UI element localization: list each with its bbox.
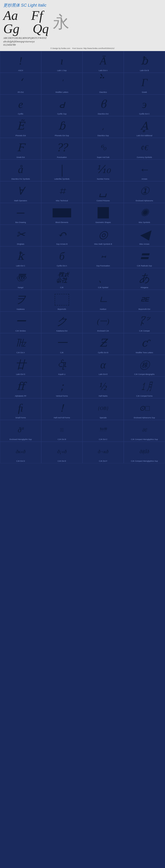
glyph-label: Latin 1 Sup bbox=[56, 69, 68, 72]
glyph-symbol: ϐ bbox=[100, 96, 106, 112]
glyph-cell: е Cyrillic bbox=[0, 94, 41, 116]
glyph-symbol: ð¡«ð bbox=[57, 443, 67, 459]
glyph-label: Specials bbox=[99, 416, 108, 420]
glyph-symbol: ⌗ bbox=[59, 183, 65, 199]
glyph-label: CJK Radicals Sup bbox=[136, 264, 153, 268]
glyph-cell: ∀ Math Operators bbox=[0, 181, 41, 203]
glyph-cell: Geometric Shapes bbox=[83, 203, 124, 225]
glyph-label: CJK Ext E bbox=[57, 459, 67, 463]
glyph-cell: ← Arrows bbox=[124, 159, 165, 181]
glyph-cell: ˈ Modifier Letters bbox=[41, 73, 83, 94]
glyph-cell: ͵ Diacritics Sup bbox=[83, 116, 124, 138]
glyph-label: Bopomofo bbox=[57, 308, 67, 311]
glyph-cell: ϐ Diacritics Ext bbox=[83, 94, 124, 116]
glyph-label: CJK Compat bbox=[138, 329, 150, 333]
glyph-cell: ½ Half Marks bbox=[83, 376, 124, 398]
glyph-label: Half Marks bbox=[98, 394, 108, 398]
glyph-label: Latin Ext C bbox=[15, 264, 26, 268]
glyph-symbol: ꩷ bbox=[56, 357, 67, 373]
glyph-symbol: å bbox=[18, 161, 23, 177]
glyph-cell: ⅒ Number Forms bbox=[83, 159, 124, 181]
glyph-label: Kayah Li bbox=[57, 373, 66, 376]
dashed-rect bbox=[55, 294, 69, 306]
glyph-symbol: Ƶ bbox=[99, 335, 107, 351]
glyph-symbol: ㍿ bbox=[56, 270, 67, 286]
glyph-cell: å Diacritics For Symbols bbox=[0, 159, 41, 181]
glyph-symbol: ʻ bbox=[19, 74, 23, 91]
glyph-symbol: | bbox=[60, 161, 64, 177]
glyph-label: Enclosed CJK bbox=[96, 329, 110, 333]
glyph-cell: Ā Latin Ext A bbox=[83, 51, 124, 73]
glyph-symbol: 𐎠𐎡 bbox=[99, 422, 107, 438]
glyph-symbol: あ bbox=[139, 270, 150, 286]
glyph-label: Small Forms bbox=[15, 416, 27, 420]
glyph-label: Math Operators bbox=[13, 199, 28, 203]
glyph-cell: Ḁ Latin Ext Additional bbox=[124, 116, 165, 138]
glyph-cell: ¢€ Currency Symbols bbox=[124, 138, 165, 159]
glyph-symbol: 一 bbox=[56, 335, 67, 351]
glyph-symbol: ✺ bbox=[140, 205, 149, 221]
glyph-label: Phonetic Ext Sup bbox=[54, 134, 70, 137]
glyph-label: Phonetic Ext bbox=[15, 134, 27, 137]
glyph-symbol: ㍗ bbox=[139, 313, 150, 329]
glyph-cell: α Latin Ext E bbox=[83, 355, 124, 376]
glyph-label: CJK Ext D bbox=[15, 459, 26, 463]
glyph-cell: 廿 Latin Ext D bbox=[0, 355, 41, 376]
glyph-cell: ƈ Modifier Tone Letters bbox=[124, 333, 165, 355]
glyph-label: Sup Arrows B bbox=[55, 242, 69, 246]
block-rect bbox=[53, 208, 71, 217]
glyph-label: Cyrillic Sup bbox=[56, 112, 67, 116]
glyph-label: Dingbats bbox=[16, 242, 25, 246]
uppercase-alphabet: ABCDEFGHIJKLMNOPQRSTUVWXYZ bbox=[3, 37, 162, 40]
glyph-symbol: ー bbox=[15, 313, 26, 329]
glyph-label: Cyrillic Ext B bbox=[97, 351, 109, 354]
glyph-symbol: ␣ bbox=[99, 183, 107, 199]
glyph-cell: ⁶₀ Super And Sub bbox=[83, 138, 124, 159]
glyph-label: Alphabetic PF bbox=[14, 394, 27, 398]
glyph-label: Cyrillic bbox=[17, 112, 24, 116]
glyph-label: Number Forms bbox=[96, 177, 110, 181]
chinese-char-display: 永 bbox=[53, 14, 69, 30]
glyph-symbol: ； bbox=[56, 378, 67, 394]
glyph-cell: ク Katakana Ext bbox=[41, 311, 83, 333]
glyph-symbol: ⊙□ bbox=[139, 400, 150, 416]
glyph-symbol: ɓ bbox=[58, 118, 65, 134]
glyph-symbol: (一) bbox=[97, 313, 109, 329]
glyph-label: Diacritics bbox=[98, 91, 108, 94]
glyph-symbol: ∀ bbox=[17, 183, 24, 199]
glyph-symbol: ƀ bbox=[141, 53, 148, 69]
glyph-symbol: ﬁ bbox=[18, 400, 23, 416]
glyph-cell: ! ASCII bbox=[0, 51, 41, 73]
glyph-label: Latin Ext Additional bbox=[136, 134, 153, 137]
glyph-cell: {OB} Specials bbox=[83, 398, 124, 420]
glyph-label: Super And Sub bbox=[96, 156, 110, 159]
source-text: © Design by fontke.com bbox=[50, 47, 70, 50]
glyph-cell: ɓ Phonetic Ext Sup bbox=[41, 116, 83, 138]
glyph-label: Katakana bbox=[16, 308, 25, 311]
glyph-cell: 𐐀𐐁 CJK Compact Hieroglyphics Sup bbox=[124, 420, 165, 442]
glyph-cell: ␣ Control Pictures bbox=[83, 181, 124, 203]
glyph-symbol: б bbox=[59, 248, 65, 264]
glyph-symbol: ─ bbox=[17, 205, 25, 221]
glyph-symbol: ← bbox=[139, 161, 150, 177]
glyph-cell: ㋀ CJK Compat Forms bbox=[124, 376, 165, 398]
glyph-symbol: ꝁ bbox=[17, 248, 24, 264]
glyph-label: Latin Ext E bbox=[98, 373, 109, 376]
glyph-symbol: Ḁ bbox=[140, 118, 148, 134]
glyph-cell: ✺ Misc Symbols bbox=[124, 203, 165, 225]
glyph-symbol: 、 bbox=[98, 270, 109, 286]
glyph-cell: Ϝ Greek Ext bbox=[0, 138, 41, 159]
glyph-cell: ⁇ Punctuation bbox=[41, 138, 83, 159]
glyph-label: CJK Strokes bbox=[15, 329, 27, 333]
glyph-cell: ԁ Cyrillic Sup bbox=[41, 94, 83, 116]
glyph-label: Modifier Letters bbox=[55, 91, 69, 94]
glyph-label: Bopomofo Ext bbox=[138, 308, 151, 311]
glyph-symbol: ㄾ bbox=[139, 291, 150, 308]
glyph-label: Vertical Forms bbox=[55, 394, 69, 398]
glyph-symbol: ! bbox=[19, 53, 22, 69]
glyph-cell: б Cyrillic Ext A bbox=[41, 246, 83, 268]
glyph-cell: ðŖĨð CJK Compact Hieroglyphics Sup bbox=[124, 442, 165, 463]
glyph-cell: 〠 Kangxi bbox=[0, 268, 41, 290]
glyph-cell: ð¡«ð CJK Ext E bbox=[41, 442, 83, 463]
glyph-label: CJK Compact Hieroglyphics Sup bbox=[130, 459, 159, 463]
